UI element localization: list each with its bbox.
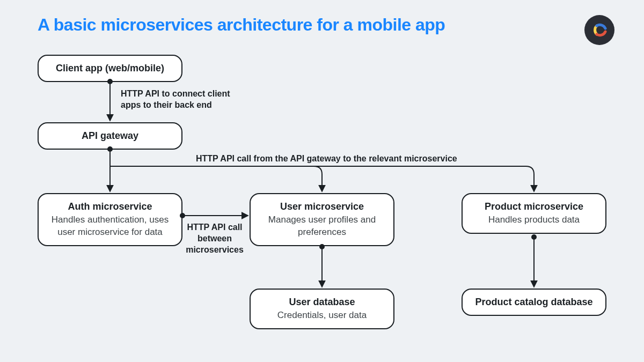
node-subtitle: Handles authentication, uses user micros… bbox=[49, 214, 171, 239]
node-user-database: User database Credentials, user data bbox=[250, 289, 394, 329]
svg-point-1 bbox=[596, 33, 598, 36]
node-title: User database bbox=[261, 296, 383, 308]
page-title: A basic microservices architecture for a… bbox=[38, 15, 445, 35]
node-api-gateway: API gateway bbox=[38, 122, 182, 150]
node-client-app: Client app (web/mobile) bbox=[38, 55, 182, 82]
contentful-icon bbox=[590, 21, 609, 39]
node-title: Product catalog database bbox=[473, 296, 595, 308]
node-title: User microservice bbox=[261, 201, 383, 213]
svg-point-10 bbox=[532, 235, 536, 239]
node-auth-microservice: Auth microservice Handles authentication… bbox=[38, 193, 182, 246]
node-title: Client app (web/mobile) bbox=[49, 62, 171, 75]
node-title: API gateway bbox=[49, 130, 171, 142]
node-subtitle: Handles products data bbox=[473, 214, 595, 226]
node-product-catalog-database: Product catalog database bbox=[462, 289, 606, 316]
node-subtitle: Manages user profiles and preferences bbox=[261, 214, 383, 239]
node-title: Auth microservice bbox=[49, 201, 171, 213]
brand-logo bbox=[584, 15, 614, 45]
node-user-microservice: User microservice Manages user profiles … bbox=[250, 193, 394, 246]
edge-label-client-gateway: HTTP API to connect client apps to their… bbox=[121, 88, 244, 111]
edge-label-auth-user: HTTP API call between microservices bbox=[182, 222, 247, 255]
edge-label-gateway-fanout: HTTP API call from the API gateway to th… bbox=[196, 153, 518, 165]
node-title: Product microservice bbox=[473, 201, 595, 213]
node-subtitle: Credentials, user data bbox=[261, 309, 383, 322]
node-product-microservice: Product microservice Handles products da… bbox=[462, 193, 606, 234]
svg-point-0 bbox=[596, 25, 598, 27]
